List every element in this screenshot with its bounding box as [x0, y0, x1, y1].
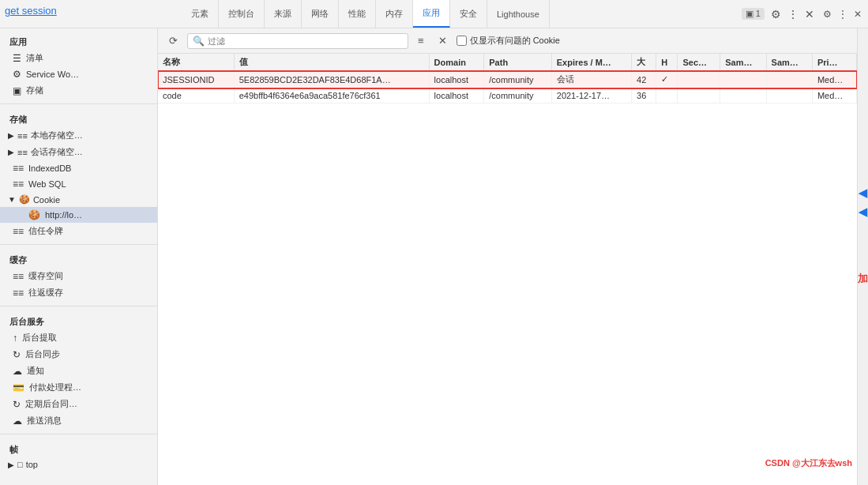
sidebar-group-cookie[interactable]: ▼ 🍪 Cookie	[0, 192, 157, 207]
back-forward-cache-icon: ≡≡	[13, 288, 24, 299]
table-cell: 2021-12-17…	[551, 88, 631, 103]
table-row[interactable]: JSESSIONID5E82859BCD2E32DAF83E4D68F1A…lo…	[158, 71, 857, 88]
filter-input[interactable]	[208, 36, 403, 46]
show-issues-label[interactable]: 仅显示有问题的 Cookie	[457, 35, 560, 47]
payment-handler-icon: 💳	[13, 382, 24, 393]
sidebar-group-session-storage[interactable]: ▶ ≡≡ 会话存储空…	[0, 144, 157, 160]
close-devtools-btn[interactable]: ✕	[805, 8, 814, 21]
table-cell	[766, 71, 812, 88]
devtools-tab-元素[interactable]: 元素	[182, 0, 219, 28]
sidebar-item-storage-label: 存储	[26, 85, 43, 96]
table-cell: 36	[632, 88, 656, 103]
col-priority: Pri…	[812, 54, 856, 71]
refresh-icon[interactable]: ⟳	[164, 32, 182, 49]
col-httponly: H	[656, 54, 678, 71]
col-size: 大	[632, 54, 656, 71]
sidebar-item-periodic-sync[interactable]: ↻ 定期后台同…	[0, 396, 157, 412]
sidebar-item-notifications[interactable]: ☁ 通知	[0, 363, 157, 379]
sidebar-payment-handler-label: 付款处理程…	[29, 382, 81, 393]
table-cell	[678, 71, 720, 88]
filter-clear-icon[interactable]: ✕	[434, 32, 452, 49]
background-fetch-icon: ↑	[13, 333, 17, 344]
sidebar-cookie-localhost-label: http://lo…	[45, 210, 82, 220]
devtools-tab-安全[interactable]: 安全	[450, 0, 487, 28]
sidebar-item-service-worker-label: Service Wo…	[26, 70, 79, 79]
sidebar-cookie-label: Cookie	[33, 195, 60, 205]
more-menu-icon[interactable]: ⋮	[787, 8, 798, 21]
table-cell: 5E82859BCD2E32DAF83E4D68F1A…	[234, 71, 429, 88]
table-cell: e49bffb4f6364e6a9aca581fe76cf361	[234, 88, 429, 103]
sidebar-item-background-sync[interactable]: ↻ 后台同步	[0, 346, 157, 363]
table-cell: ✓	[656, 71, 678, 88]
sidebar-item-storage[interactable]: ▣ 存储	[0, 82, 157, 99]
devtools-tab-性能[interactable]: 性能	[339, 0, 376, 28]
sidebar: 应用 ☰ 清单 ⚙ Service Wo… ▣ 存储 存储 ▶	[0, 28, 158, 485]
settings-icon[interactable]: ⚙	[823, 9, 832, 20]
col-path: Path	[484, 54, 552, 71]
session-storage-icon: ≡≡	[17, 148, 28, 157]
table-cell: localhost	[429, 71, 484, 88]
page-title-overlay[interactable]: get session	[5, 5, 57, 17]
arrow-right-icon: ▶	[8, 131, 14, 140]
local-storage-icon: ≡≡	[17, 131, 28, 141]
sidebar-background-fetch-label: 后台提取	[22, 332, 57, 344]
sidebar-item-service-worker[interactable]: ⚙ Service Wo…	[0, 66, 157, 82]
sidebar-local-storage-label: 本地存储空…	[31, 130, 83, 141]
table-row[interactable]: codee49bffb4f6364e6a9aca581fe76cf361loca…	[158, 88, 857, 103]
sidebar-indexeddb-label: IndexedDB	[28, 164, 71, 173]
cookie-content-area: ⟳ 🔍 ≡ ✕ 仅显示有问题的 Cookie	[158, 28, 857, 485]
filter-search-icon: 🔍	[193, 36, 205, 47]
sidebar-item-payment-handler[interactable]: 💳 付款处理程…	[0, 379, 157, 396]
cookie-localhost-icon: 🍪	[28, 209, 40, 220]
right-indicators: ◀ ◀ 加	[857, 28, 868, 485]
sidebar-item-manifest-label: 清单	[26, 52, 43, 64]
sidebar-back-forward-cache-label: 往返缓存	[28, 287, 63, 299]
devtools-tab-应用[interactable]: 应用	[413, 0, 450, 28]
sidebar-section-background: 后台服务	[0, 311, 157, 329]
devtools-tab-Lighthouse[interactable]: Lighthouse	[487, 0, 550, 28]
table-cell: /community	[484, 88, 552, 103]
close-devtools-icon[interactable]: ✕	[854, 9, 862, 20]
right-blue-indicator-2[interactable]: ◀	[859, 205, 867, 218]
table-header-row: 名称 值 Domain Path Expires / M… 大 H Sec… S…	[158, 54, 857, 71]
devtools-tab-网络[interactable]: 网络	[302, 0, 339, 28]
table-cell	[720, 88, 766, 103]
push-messaging-icon: ☁	[13, 415, 22, 427]
filter-settings-icon[interactable]: ≡	[413, 32, 429, 49]
sidebar-item-cookie-localhost[interactable]: 🍪 http://lo…	[0, 207, 157, 223]
sidebar-item-websql[interactable]: ≡≡ Web SQL	[0, 176, 157, 192]
table-cell	[656, 88, 678, 103]
col-samesite2: Sam…	[766, 54, 812, 71]
sidebar-group-local-storage[interactable]: ▶ ≡≡ 本地存储空…	[0, 127, 157, 144]
badge-1: ▣ 1	[742, 8, 765, 20]
divider-4	[0, 434, 157, 434]
right-blue-indicator-1[interactable]: ◀	[859, 186, 867, 199]
devtools-tab-内存[interactable]: 内存	[376, 0, 413, 28]
devtools-tab-控制台[interactable]: 控制台	[219, 0, 265, 28]
sidebar-item-push-messaging[interactable]: ☁ 推送消息	[0, 412, 157, 429]
sidebar-item-background-fetch[interactable]: ↑ 后台提取	[0, 329, 157, 346]
table-cell: Med…	[812, 71, 856, 88]
col-value: 值	[234, 54, 429, 71]
sidebar-group-top-frame[interactable]: ▶ □ top	[0, 457, 157, 472]
table-cell: localhost	[429, 88, 484, 103]
devtools-tab-来源[interactable]: 来源	[265, 0, 302, 28]
arrow-right-icon2: ▶	[8, 148, 14, 156]
sidebar-top-frame-label: top	[26, 460, 38, 469]
col-secure: Sec…	[678, 54, 720, 71]
sidebar-item-manifest[interactable]: ☰ 清单	[0, 50, 157, 66]
show-issues-checkbox[interactable]	[457, 36, 467, 46]
sidebar-cache-storage-label: 缓存空间	[28, 270, 63, 282]
right-red-indicator: 加	[858, 272, 868, 286]
sidebar-section-storage: 存储	[0, 109, 157, 127]
sidebar-section-frames: 帧	[0, 439, 157, 457]
sidebar-item-back-forward-cache[interactable]: ≡≡ 往返缓存	[0, 284, 157, 301]
sidebar-item-indexeddb[interactable]: ≡≡ IndexedDB	[0, 160, 157, 176]
more-icon[interactable]: ⋮	[838, 9, 847, 20]
sidebar-item-trust-tokens[interactable]: ≡≡ 信任令牌	[0, 223, 157, 239]
settings-icon-top[interactable]: ⚙	[771, 8, 781, 21]
col-samesite1: Sam…	[720, 54, 766, 71]
websql-icon: ≡≡	[13, 179, 24, 190]
sidebar-websql-label: Web SQL	[28, 179, 66, 189]
sidebar-item-cache-storage[interactable]: ≡≡ 缓存空间	[0, 268, 157, 284]
